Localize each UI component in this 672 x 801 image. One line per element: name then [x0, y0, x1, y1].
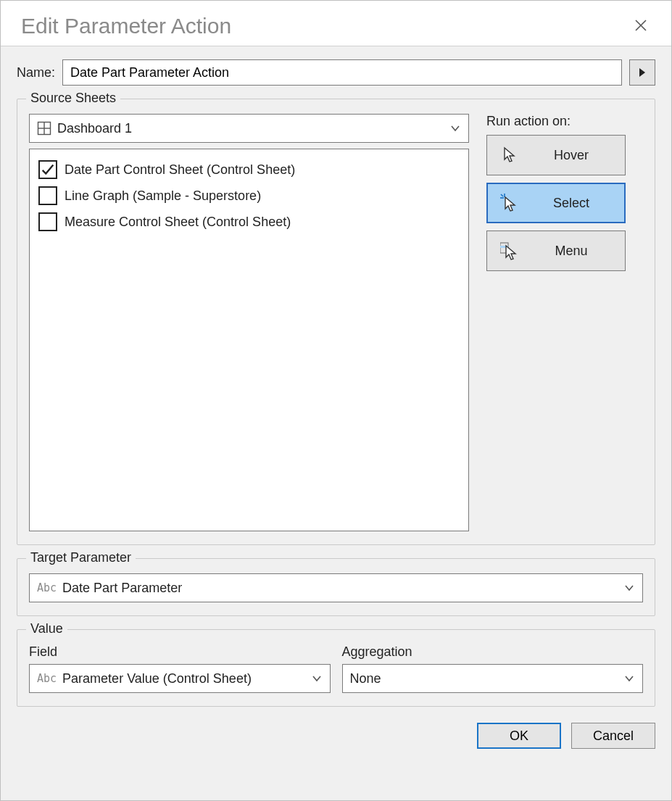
chevron-down-icon	[311, 673, 323, 684]
svg-line-5	[501, 194, 503, 196]
ok-button[interactable]: OK	[477, 723, 561, 749]
name-row: Name:	[17, 59, 655, 86]
name-arrow-button[interactable]	[629, 59, 655, 86]
dashboard-dropdown[interactable]: Dashboard 1	[29, 114, 469, 143]
target-parameter-value: Date Part Parameter	[62, 581, 182, 596]
dialog-body: Name: Source Sheets Dashboard 1	[1, 46, 671, 800]
abc-type-icon: Abc	[37, 672, 57, 685]
triangle-right-icon	[638, 67, 647, 78]
edit-parameter-action-dialog: Edit Parameter Action Name: Source Sheet…	[0, 0, 672, 801]
titlebar: Edit Parameter Action	[1, 1, 671, 46]
menu-mode-label: Menu	[531, 244, 612, 259]
cursor-menu-icon	[500, 241, 519, 260]
source-sheets-list[interactable]: Date Part Control Sheet (Control Sheet) …	[29, 149, 469, 531]
select-mode-label: Select	[531, 196, 612, 211]
abc-type-icon: Abc	[37, 581, 57, 594]
sheet-label: Date Part Control Sheet (Control Sheet)	[65, 162, 295, 178]
run-action-label: Run action on:	[486, 114, 643, 129]
target-parameter-group: Target Parameter Abc Date Part Parameter	[17, 558, 655, 616]
target-parameter-legend: Target Parameter	[26, 550, 136, 565]
name-label: Name:	[17, 65, 55, 80]
select-mode-button[interactable]: Select	[486, 183, 626, 223]
list-item[interactable]: Date Part Control Sheet (Control Sheet)	[38, 157, 460, 183]
chevron-down-icon	[623, 673, 635, 684]
close-icon[interactable]	[628, 14, 654, 38]
source-sheets-legend: Source Sheets	[26, 91, 120, 106]
checkbox[interactable]	[38, 212, 57, 231]
checkbox[interactable]	[38, 160, 57, 179]
aggregation-label: Aggregation	[342, 644, 644, 660]
name-input[interactable]	[62, 59, 622, 86]
sheet-label: Line Graph (Sample - Superstore)	[65, 188, 261, 204]
checkbox[interactable]	[38, 186, 57, 205]
chevron-down-icon	[623, 582, 635, 594]
field-dropdown[interactable]: Abc Parameter Value (Control Sheet)	[29, 664, 331, 693]
dialog-footer: OK Cancel	[17, 720, 655, 749]
sheet-label: Measure Control Sheet (Control Sheet)	[65, 215, 291, 230]
hover-mode-label: Hover	[531, 148, 612, 163]
chevron-down-icon	[449, 123, 461, 134]
hover-mode-button[interactable]: Hover	[486, 135, 626, 175]
aggregation-value: None	[350, 671, 381, 686]
source-sheets-group: Source Sheets Dashboard 1	[17, 99, 655, 545]
cursor-hover-icon	[500, 146, 519, 165]
cancel-button[interactable]: Cancel	[571, 723, 655, 749]
dialog-title: Edit Parameter Action	[21, 14, 231, 38]
dashboard-icon	[37, 121, 51, 136]
menu-mode-button[interactable]: Menu	[486, 231, 626, 271]
dashboard-dropdown-value: Dashboard 1	[57, 121, 132, 136]
list-item[interactable]: Line Graph (Sample - Superstore)	[38, 183, 460, 209]
list-item[interactable]: Measure Control Sheet (Control Sheet)	[38, 209, 460, 235]
field-value: Parameter Value (Control Sheet)	[62, 671, 252, 686]
cursor-select-icon	[500, 194, 519, 212]
field-label: Field	[29, 644, 331, 660]
target-parameter-dropdown[interactable]: Abc Date Part Parameter	[29, 573, 643, 602]
aggregation-dropdown[interactable]: None	[342, 664, 644, 693]
value-legend: Value	[26, 621, 67, 636]
value-group: Value Field Abc Parameter Value (Control…	[17, 629, 655, 707]
